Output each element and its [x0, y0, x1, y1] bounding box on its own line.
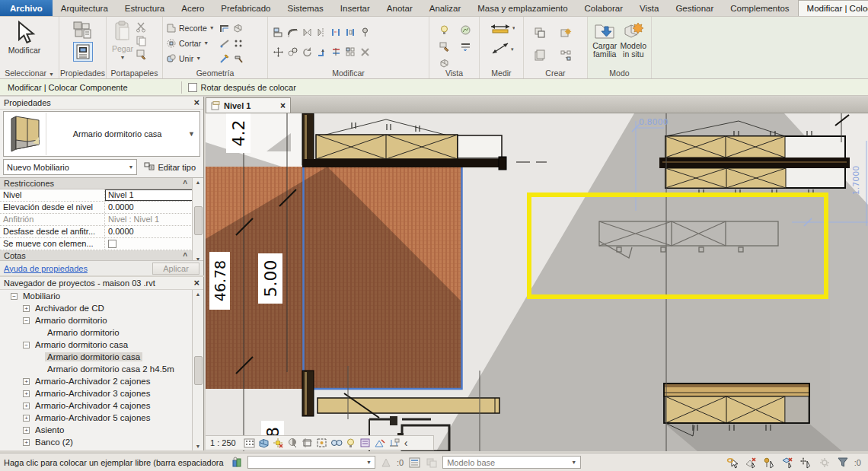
- properties-help-link[interactable]: Ayuda de propiedades: [4, 264, 88, 273]
- apply-button[interactable]: Aplicar: [152, 263, 199, 275]
- paste-button[interactable]: Pegar ▼: [110, 19, 136, 60]
- tab-sistemas[interactable]: Sistemas: [279, 0, 332, 16]
- tab-anotar[interactable]: Anotar: [378, 0, 421, 16]
- tree-item-armario-dormitorio-casa[interactable]: Armario dormitorio casa: [0, 351, 203, 363]
- view-thin-lines-icon[interactable]: [460, 41, 471, 53]
- view-render-icon[interactable]: [460, 24, 471, 36]
- load-family-button[interactable]: Cargar familia: [591, 19, 619, 59]
- tab-prefabricado[interactable]: Prefabricado: [212, 0, 279, 16]
- tree-item-armario-dormitorio[interactable]: Armario dormitorio: [0, 326, 203, 339]
- points-icon[interactable]: [231, 36, 245, 51]
- tree-item-mobiliario[interactable]: −Mobiliario: [0, 290, 203, 302]
- unir-button[interactable]: Unir▼: [166, 51, 215, 65]
- rotate-after-place-checkbox[interactable]: [188, 83, 197, 92]
- split-icon[interactable]: [330, 27, 342, 38]
- tree-item-armario-archivador-3-cajones[interactable]: +Armario-Archivador 3 cajones: [0, 387, 203, 399]
- properties-toggle-button[interactable]: [62, 19, 103, 62]
- align-icon[interactable]: [273, 27, 284, 38]
- rotate-after-place-checkbox-row[interactable]: Rotar después de colocar: [188, 83, 296, 92]
- rotate-icon[interactable]: [302, 46, 313, 58]
- tree-item-armario-archivador-4-cajones[interactable]: +Armario-Archivador 4 cajones: [0, 399, 203, 412]
- tab-vista[interactable]: Vista: [631, 0, 667, 16]
- tree-item-archivador-de-cd[interactable]: +Archivador de CD: [0, 302, 203, 314]
- browser-scroll-thumb[interactable]: [194, 356, 203, 385]
- reveal-hidden-icon[interactable]: [345, 437, 357, 449]
- tree-item-banco-2[interactable]: +Banco (2): [0, 436, 203, 448]
- tab-contextual-modificar-colocar-componente[interactable]: Modificar | Colocar Componente: [798, 0, 868, 16]
- select-links-icon[interactable]: [726, 456, 740, 469]
- type-selector-caret-icon[interactable]: ▼: [188, 130, 195, 138]
- split-gap-icon[interactable]: [345, 27, 356, 38]
- expand-icon[interactable]: +: [23, 378, 30, 385]
- filter-combobox[interactable]: Nuevo Mobiliario ▼: [3, 159, 137, 175]
- model-canvas[interactable]: 4.2 46.78 5.00 8 0.8000 1.7000: [206, 113, 868, 450]
- show-crop-icon[interactable]: [316, 437, 328, 449]
- box3d-icon[interactable]: [231, 21, 245, 36]
- recorte-button[interactable]: Recorte▼: [166, 21, 215, 35]
- array-icon[interactable]: [345, 46, 356, 58]
- view-brush-icon[interactable]: [439, 41, 450, 53]
- view-scale[interactable]: 1 : 250: [210, 438, 236, 447]
- reveal-constraints-icon[interactable]: [388, 437, 400, 449]
- property-value[interactable]: [105, 238, 203, 250]
- hide-analytical-icon[interactable]: [374, 437, 386, 449]
- tab-estructura[interactable]: Estructura: [116, 0, 173, 16]
- tree-item-armario-dormitorio-casa-2-h4-5m[interactable]: Armario dormitorio casa 2 h4.5m: [0, 363, 203, 375]
- select-by-face-icon[interactable]: [781, 456, 795, 469]
- filter-icon[interactable]: [836, 456, 850, 469]
- section-restricciones[interactable]: Restricciones ^: [0, 178, 203, 189]
- cut-icon[interactable]: [136, 21, 147, 33]
- view-tab-nivel-1[interactable]: Nivel 1 ×: [206, 97, 291, 113]
- expand-icon[interactable]: +: [23, 427, 30, 434]
- group-icon[interactable]: [534, 27, 546, 39]
- collapse-icon[interactable]: −: [11, 293, 18, 300]
- match-type-paintbrush-icon[interactable]: [136, 49, 147, 60]
- tab-gestionar[interactable]: Gestionar: [667, 0, 722, 16]
- property-checkbox[interactable]: [108, 240, 116, 248]
- linework-icon[interactable]: [218, 51, 231, 66]
- tab-arquitectura[interactable]: Arquitectura: [53, 0, 116, 16]
- property-value[interactable]: 0.0000: [105, 202, 203, 213]
- project-browser-close-icon[interactable]: ×: [193, 279, 199, 287]
- property-value[interactable]: Nivel 1: [105, 189, 203, 201]
- expand-icon[interactable]: +: [23, 390, 30, 397]
- design-options-combobox[interactable]: Modelo base ▼: [442, 456, 581, 469]
- property-value[interactable]: 0.0000: [105, 226, 203, 237]
- tab-complementos[interactable]: Complementos: [722, 0, 797, 16]
- expand-icon[interactable]: +: [23, 403, 30, 409]
- move-icon[interactable]: [273, 46, 284, 58]
- tab-acero[interactable]: Acero: [173, 0, 212, 16]
- expand-icon[interactable]: +: [23, 305, 30, 312]
- tree-item-biblioteca[interactable]: +Biblioteca: [0, 448, 203, 450]
- trim-single-icon[interactable]: [330, 46, 342, 58]
- collapse-icon[interactable]: −: [23, 342, 30, 348]
- pin-icon[interactable]: [359, 27, 371, 38]
- tab-analizar[interactable]: Analizar: [421, 0, 470, 16]
- browser-scroll-up-icon[interactable]: ▲: [196, 291, 201, 297]
- visual-style-icon[interactable]: [258, 437, 270, 449]
- collapse-icon[interactable]: −: [23, 317, 30, 324]
- drag-elements-icon[interactable]: [799, 456, 813, 469]
- tab-colaborar[interactable]: Colaborar: [576, 0, 632, 16]
- modify-button[interactable]: Modificar: [3, 19, 46, 55]
- select-pinned-icon[interactable]: [763, 456, 777, 469]
- load-into-project-icon[interactable]: [534, 49, 546, 62]
- property-value[interactable]: Nivel : Nivel 1: [105, 214, 203, 225]
- view-bulb-icon[interactable]: [439, 24, 450, 36]
- crop-view-icon[interactable]: [302, 437, 314, 449]
- create-similar-icon[interactable]: [560, 27, 572, 39]
- browser-scrollbar[interactable]: ▲▼: [192, 290, 203, 450]
- tree-item-armario-archivador-2-cajones[interactable]: +Armario-Archivador 2 cajones: [0, 375, 203, 387]
- scroll-up-icon[interactable]: ▲: [196, 180, 201, 185]
- convert-icon[interactable]: [560, 49, 572, 62]
- wall-joins-icon[interactable]: [218, 21, 231, 36]
- expand-icon[interactable]: +: [23, 439, 30, 446]
- tab-masa-y-emplazamiento[interactable]: Masa y emplazamiento: [469, 0, 576, 16]
- beam-icon[interactable]: [218, 36, 231, 51]
- temp-view-props-icon[interactable]: [359, 437, 372, 449]
- scroll-thumb[interactable]: [194, 206, 203, 235]
- collapse-viewbar-icon[interactable]: ‹: [404, 437, 408, 449]
- temporary-hide-icon[interactable]: [330, 437, 343, 449]
- type-selector[interactable]: Armario dormitorio casa ▼: [3, 111, 200, 157]
- tree-item-armario-archivador-5-cajones[interactable]: +Armario-Archivador 5 cajones: [0, 412, 203, 424]
